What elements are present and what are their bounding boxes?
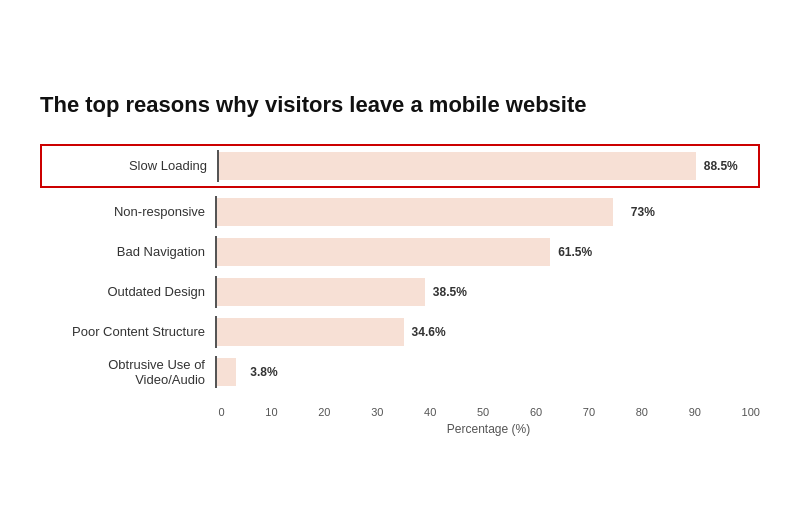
- chart-container: The top reasons why visitors leave a mob…: [40, 91, 760, 436]
- bar-track: 61.5%: [215, 236, 760, 268]
- bar-row: Bad Navigation61.5%: [40, 236, 760, 268]
- bar-value-label: 61.5%: [558, 245, 592, 259]
- bar-track: 3.8%: [215, 356, 760, 388]
- bar-track: 34.6%: [215, 316, 760, 348]
- bar-value-label: 38.5%: [433, 285, 467, 299]
- bar-fill: 88.5%: [219, 152, 696, 180]
- x-axis-tick: 60: [530, 406, 542, 418]
- x-axis-ticks: 0102030405060708090100: [217, 406, 760, 418]
- bar-value-label: 3.8%: [250, 365, 277, 379]
- bar-track: 88.5%: [217, 150, 758, 182]
- bar-label: Slow Loading: [42, 158, 217, 173]
- x-axis-tick: 100: [742, 406, 760, 418]
- x-axis-tick: 50: [477, 406, 489, 418]
- x-axis: 0102030405060708090100 Percentage (%): [217, 402, 760, 436]
- bar-row: Poor Content Structure34.6%: [40, 316, 760, 348]
- bar-label: Non-responsive: [40, 204, 215, 219]
- bar-row: Obtrusive Use of Video/Audio3.8%: [40, 356, 760, 388]
- x-axis-tick: 80: [636, 406, 648, 418]
- bar-row: Non-responsive73%: [40, 196, 760, 228]
- bar-track: 73%: [215, 196, 760, 228]
- bar-value-label: 88.5%: [704, 159, 738, 173]
- bar-fill: 61.5%: [217, 238, 551, 266]
- bar-label: Bad Navigation: [40, 244, 215, 259]
- bar-label: Outdated Design: [40, 284, 215, 299]
- x-axis-tick: 10: [265, 406, 277, 418]
- chart-area: Slow Loading88.5%Non-responsive73%Bad Na…: [40, 144, 760, 396]
- bar-row: Outdated Design38.5%: [40, 276, 760, 308]
- x-axis-tick: 70: [583, 406, 595, 418]
- x-axis-tick: 90: [689, 406, 701, 418]
- x-axis-tick: 0: [219, 406, 225, 418]
- x-axis-tick: 40: [424, 406, 436, 418]
- bar-fill: 73%: [217, 198, 613, 226]
- chart-title: The top reasons why visitors leave a mob…: [40, 91, 760, 120]
- bar-value-label: 73%: [631, 205, 655, 219]
- bar-label: Obtrusive Use of Video/Audio: [40, 357, 215, 387]
- x-axis-container: 0102030405060708090100 Percentage (%): [40, 402, 760, 436]
- bar-fill: 38.5%: [217, 278, 425, 306]
- x-axis-tick: 30: [371, 406, 383, 418]
- bar-fill: 34.6%: [217, 318, 404, 346]
- bar-row: Slow Loading88.5%: [40, 144, 760, 188]
- bar-fill: 3.8%: [217, 358, 236, 386]
- bar-track: 38.5%: [215, 276, 760, 308]
- bar-value-label: 34.6%: [412, 325, 446, 339]
- x-axis-title: Percentage (%): [217, 422, 760, 436]
- x-axis-tick: 20: [318, 406, 330, 418]
- bar-label: Poor Content Structure: [40, 324, 215, 339]
